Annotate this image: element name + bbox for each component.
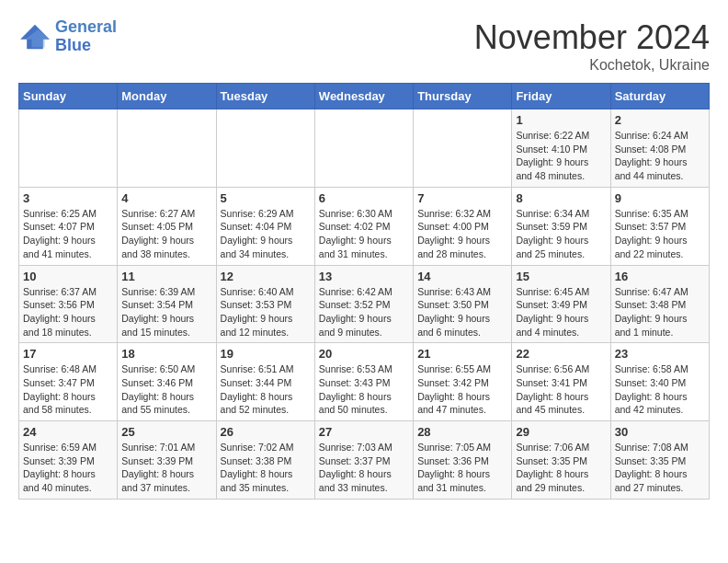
calendar-cell: 11Sunrise: 6:39 AM Sunset: 3:54 PM Dayli… (118, 265, 216, 343)
title-section: November 2024 Kochetok, Ukraine (474, 18, 710, 74)
day-info: Sunrise: 6:53 AM Sunset: 3:43 PM Dayligh… (319, 362, 409, 417)
day-info: Sunrise: 6:58 AM Sunset: 3:40 PM Dayligh… (615, 362, 705, 417)
day-number: 17 (23, 347, 113, 361)
day-info: Sunrise: 7:06 AM Sunset: 3:35 PM Dayligh… (516, 441, 606, 495)
day-number: 30 (615, 425, 705, 439)
calendar-week-row: 10Sunrise: 6:37 AM Sunset: 3:56 PM Dayli… (19, 265, 710, 343)
calendar-cell (216, 109, 314, 188)
header-cell-wednesday: Wednesday (314, 84, 413, 109)
day-number: 25 (121, 425, 211, 439)
logo-text: General Blue (55, 18, 117, 55)
day-info: Sunrise: 6:51 AM Sunset: 3:44 PM Dayligh… (221, 362, 311, 417)
calendar-cell (118, 109, 216, 188)
day-info: Sunrise: 7:02 AM Sunset: 3:38 PM Dayligh… (221, 441, 311, 495)
calendar-week-row: 1Sunrise: 6:22 AM Sunset: 4:10 PM Daylig… (19, 109, 710, 188)
day-info: Sunrise: 6:34 AM Sunset: 3:59 PM Dayligh… (516, 207, 606, 261)
day-number: 14 (417, 270, 507, 283)
day-number: 11 (121, 270, 211, 283)
day-number: 13 (319, 270, 409, 283)
day-number: 5 (221, 191, 311, 205)
day-number: 15 (516, 270, 606, 283)
day-number: 23 (615, 347, 705, 361)
calendar-cell: 14Sunrise: 6:43 AM Sunset: 3:50 PM Dayli… (414, 265, 512, 343)
day-number: 24 (23, 425, 113, 439)
day-info: Sunrise: 6:22 AM Sunset: 4:10 PM Dayligh… (516, 129, 606, 183)
header-cell-saturday: Saturday (610, 84, 709, 109)
calendar-cell: 25Sunrise: 7:01 AM Sunset: 3:39 PM Dayli… (118, 421, 216, 500)
logo: General Blue (18, 18, 117, 55)
day-number: 26 (221, 425, 311, 439)
calendar-cell: 16Sunrise: 6:47 AM Sunset: 3:48 PM Dayli… (610, 265, 709, 343)
day-info: Sunrise: 6:43 AM Sunset: 3:50 PM Dayligh… (417, 285, 507, 339)
day-info: Sunrise: 7:03 AM Sunset: 3:37 PM Dayligh… (319, 441, 409, 495)
calendar-cell: 13Sunrise: 6:42 AM Sunset: 3:52 PM Dayli… (314, 265, 413, 343)
calendar-cell: 17Sunrise: 6:48 AM Sunset: 3:47 PM Dayli… (19, 343, 118, 421)
day-info: Sunrise: 6:42 AM Sunset: 3:52 PM Dayligh… (319, 285, 409, 339)
day-info: Sunrise: 6:35 AM Sunset: 3:57 PM Dayligh… (615, 207, 705, 261)
calendar-cell (314, 109, 413, 188)
calendar-week-row: 24Sunrise: 6:59 AM Sunset: 3:39 PM Dayli… (19, 421, 710, 500)
day-info: Sunrise: 6:29 AM Sunset: 4:04 PM Dayligh… (221, 207, 311, 261)
calendar-cell: 7Sunrise: 6:32 AM Sunset: 4:00 PM Daylig… (414, 187, 512, 265)
calendar-table: SundayMondayTuesdayWednesdayThursdayFrid… (18, 83, 710, 500)
calendar-title: November 2024 (474, 18, 710, 57)
header-cell-friday: Friday (512, 84, 610, 109)
header-cell-tuesday: Tuesday (216, 84, 314, 109)
calendar-cell: 6Sunrise: 6:30 AM Sunset: 4:02 PM Daylig… (314, 187, 413, 265)
calendar-week-row: 17Sunrise: 6:48 AM Sunset: 3:47 PM Dayli… (19, 343, 710, 421)
day-number: 27 (319, 425, 409, 439)
calendar-cell: 28Sunrise: 7:05 AM Sunset: 3:36 PM Dayli… (414, 421, 512, 500)
header-cell-sunday: Sunday (19, 84, 118, 109)
calendar-cell: 23Sunrise: 6:58 AM Sunset: 3:40 PM Dayli… (610, 343, 709, 421)
header: General Blue November 2024 Kochetok, Ukr… (18, 18, 710, 74)
calendar-cell: 19Sunrise: 6:51 AM Sunset: 3:44 PM Dayli… (216, 343, 314, 421)
calendar-cell: 3Sunrise: 6:25 AM Sunset: 4:07 PM Daylig… (19, 187, 118, 265)
header-cell-monday: Monday (118, 84, 216, 109)
calendar-cell: 21Sunrise: 6:55 AM Sunset: 3:42 PM Dayli… (414, 343, 512, 421)
calendar-cell: 20Sunrise: 6:53 AM Sunset: 3:43 PM Dayli… (314, 343, 413, 421)
calendar-cell: 26Sunrise: 7:02 AM Sunset: 3:38 PM Dayli… (216, 421, 314, 500)
calendar-cell: 4Sunrise: 6:27 AM Sunset: 4:05 PM Daylig… (118, 187, 216, 265)
calendar-cell: 2Sunrise: 6:24 AM Sunset: 4:08 PM Daylig… (610, 109, 709, 188)
day-number: 2 (615, 113, 705, 127)
day-number: 21 (417, 347, 507, 361)
day-info: Sunrise: 6:37 AM Sunset: 3:56 PM Dayligh… (23, 285, 113, 339)
day-number: 29 (516, 425, 606, 439)
day-info: Sunrise: 6:50 AM Sunset: 3:46 PM Dayligh… (121, 362, 211, 417)
calendar-cell: 1Sunrise: 6:22 AM Sunset: 4:10 PM Daylig… (512, 109, 610, 188)
calendar-cell: 24Sunrise: 6:59 AM Sunset: 3:39 PM Dayli… (19, 421, 118, 500)
day-info: Sunrise: 6:40 AM Sunset: 3:53 PM Dayligh… (221, 285, 311, 339)
day-info: Sunrise: 7:08 AM Sunset: 3:35 PM Dayligh… (615, 441, 705, 495)
calendar-cell: 5Sunrise: 6:29 AM Sunset: 4:04 PM Daylig… (216, 187, 314, 265)
day-number: 8 (516, 191, 606, 205)
day-info: Sunrise: 6:25 AM Sunset: 4:07 PM Dayligh… (23, 207, 113, 261)
day-number: 4 (121, 191, 211, 205)
day-number: 9 (615, 191, 705, 205)
day-info: Sunrise: 6:32 AM Sunset: 4:00 PM Dayligh… (417, 207, 507, 261)
day-info: Sunrise: 6:56 AM Sunset: 3:41 PM Dayligh… (516, 362, 606, 417)
calendar-cell: 8Sunrise: 6:34 AM Sunset: 3:59 PM Daylig… (512, 187, 610, 265)
day-info: Sunrise: 6:55 AM Sunset: 3:42 PM Dayligh… (417, 362, 507, 417)
day-info: Sunrise: 6:45 AM Sunset: 3:49 PM Dayligh… (516, 285, 606, 339)
day-number: 1 (516, 113, 606, 127)
calendar-cell: 27Sunrise: 7:03 AM Sunset: 3:37 PM Dayli… (314, 421, 413, 500)
calendar-cell: 15Sunrise: 6:45 AM Sunset: 3:49 PM Dayli… (512, 265, 610, 343)
calendar-cell: 29Sunrise: 7:06 AM Sunset: 3:35 PM Dayli… (512, 421, 610, 500)
calendar-cell: 22Sunrise: 6:56 AM Sunset: 3:41 PM Dayli… (512, 343, 610, 421)
header-cell-thursday: Thursday (414, 84, 512, 109)
calendar-cell: 10Sunrise: 6:37 AM Sunset: 3:56 PM Dayli… (19, 265, 118, 343)
day-info: Sunrise: 6:24 AM Sunset: 4:08 PM Dayligh… (615, 129, 705, 183)
day-info: Sunrise: 6:39 AM Sunset: 3:54 PM Dayligh… (121, 285, 211, 339)
day-info: Sunrise: 6:48 AM Sunset: 3:47 PM Dayligh… (23, 362, 113, 417)
day-info: Sunrise: 6:27 AM Sunset: 4:05 PM Dayligh… (121, 207, 211, 261)
day-info: Sunrise: 7:05 AM Sunset: 3:36 PM Dayligh… (417, 441, 507, 495)
calendar-subtitle: Kochetok, Ukraine (474, 57, 710, 74)
day-number: 12 (221, 270, 311, 283)
calendar-cell: 30Sunrise: 7:08 AM Sunset: 3:35 PM Dayli… (610, 421, 709, 500)
day-number: 16 (615, 270, 705, 283)
day-number: 19 (221, 347, 311, 361)
day-number: 10 (23, 270, 113, 283)
calendar-cell (19, 109, 118, 188)
logo-icon (18, 23, 51, 51)
day-info: Sunrise: 6:59 AM Sunset: 3:39 PM Dayligh… (23, 441, 113, 495)
